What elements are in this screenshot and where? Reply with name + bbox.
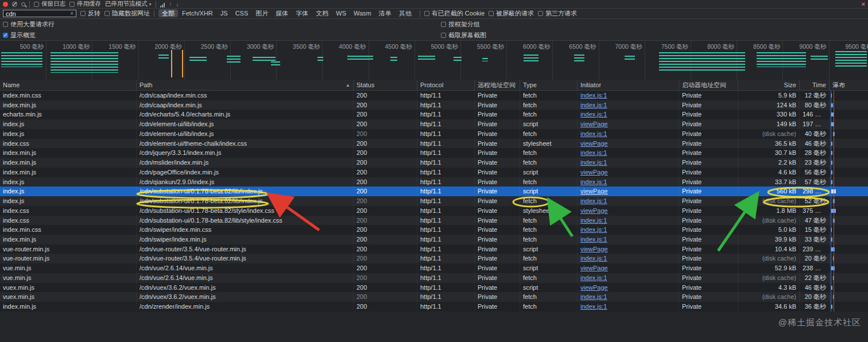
group-by-frame-checkbox[interactable]: 按框架分组 [441,20,480,29]
table-row[interactable]: index.js/cdn/substation-ui/0.1.78-beta.8… [0,196,868,206]
show-overview-checkbox[interactable]: 显示概览 [3,31,36,40]
filter-pill[interactable]: 清单 [375,9,395,17]
initiator-link[interactable]: index.js:1 [580,303,607,310]
table-row[interactable]: vue.min.js/cdn/vue/2.6.14/vue.min.js200h… [0,273,868,283]
initiator-link[interactable]: index.js:1 [580,197,607,204]
column-header[interactable]: Status [353,80,417,90]
table-row[interactable]: index.min.js/cdn/swiper/index.min.js200h… [0,235,868,244]
filter-pill[interactable]: Wasm [350,9,375,17]
checkbox-icon[interactable] [424,11,429,16]
table-row[interactable]: vuex.min.js/cdn/vuex/3.6.2/vuex.min.js20… [0,283,868,293]
filter-pill[interactable]: CSS [232,9,252,17]
table-row[interactable]: index.js/cdn/substation-ui/0.1.78-beta.8… [0,186,868,196]
table-row[interactable]: index.min.js/cdn/mslider/index.min.js200… [0,158,868,168]
initiator-link[interactable]: index.js:1 [580,274,607,281]
network-conditions-icon[interactable] [160,1,165,7]
checkbox-icon[interactable] [538,11,543,16]
filter-pill[interactable]: JS [217,9,231,17]
checkbox-icon[interactable] [441,33,446,38]
table-row[interactable]: index.min.js/cdn/pageOffice/index.min.js… [0,168,868,177]
table-row[interactable]: index.min.js/cdn/zrender/index.min.js200… [0,302,868,312]
initiator-link[interactable]: viewPage [580,207,608,214]
table-row[interactable]: vuex.min.js/cdn/vuex/3.6.2/vuex.min.js20… [0,292,868,302]
filter-input[interactable]: cdn × [3,10,76,17]
column-header[interactable]: Name [0,80,136,90]
filter-pill[interactable]: 媒体 [272,9,292,17]
initiator-link[interactable]: viewPage [580,284,608,291]
checkbox-icon[interactable] [69,2,75,7]
checkbox-checked-icon[interactable] [3,33,8,38]
column-header[interactable]: Path▲ [136,80,353,90]
table-row[interactable]: index.min.js/cdn/caap/index.min.js200htt… [0,100,868,110]
table-row[interactable]: index.js/cdn/qiankun/2.9.0/index.js200ht… [0,177,868,187]
column-header[interactable]: 瀑布 [829,80,868,90]
table-row[interactable]: index.css/cdn/substation-ui/0.1.78-beta.… [0,206,868,216]
column-header[interactable]: Protocol [417,80,474,90]
clear-network-log-button[interactable] [12,2,17,7]
table-row[interactable]: index.js/cdn/element-ui/lib/index.js200h… [0,119,868,129]
column-header[interactable]: Size [738,80,799,90]
table-row[interactable]: vue-router.min.js/cdn/vue-router/3.5.4/v… [0,254,868,263]
initiator-link[interactable]: index.js:1 [580,226,607,233]
big-request-rows-checkbox[interactable]: 使用大量请求行 [3,20,55,29]
checkbox-icon[interactable] [441,22,446,27]
checkbox-icon[interactable] [104,11,110,16]
filter-pill[interactable]: 其他 [396,9,415,17]
initiator-link[interactable]: viewPage [580,169,608,176]
initiator-link[interactable]: viewPage [580,246,608,252]
disable-cache-checkbox[interactable]: 停用缓存 [69,0,101,8]
table-row[interactable]: index.min.js/cdn/jquery/3.3.1/index.min.… [0,148,868,158]
invert-checkbox[interactable]: 反转 [80,9,100,18]
filter-pill[interactable]: 全部 [158,9,178,17]
record-button[interactable] [3,2,8,7]
table-row[interactable]: index.min.css/cdn/caap/index.min.css200h… [0,91,868,100]
initiator-link[interactable]: index.js:1 [580,236,607,243]
table-row[interactable]: vue-router.min.js/cdn/vue-router/3.5.4/v… [0,244,868,254]
throttling-select[interactable]: 已停用节流模式▾ [105,0,152,8]
column-header[interactable]: 启动器地址空间 [679,80,738,90]
blocked-requests-checkbox[interactable]: 被屏蔽的请求 [489,9,534,18]
third-party-checkbox[interactable]: 第三方请求 [538,9,577,18]
hide-data-urls-checkbox[interactable]: 隐藏数据网址 [104,9,150,18]
close-icon[interactable]: × [862,1,865,7]
filter-pill[interactable]: 图片 [252,9,272,17]
initiator-link[interactable]: viewPage [580,265,608,271]
filter-pill[interactable]: 文档 [312,9,332,17]
initiator-link[interactable]: index.js:1 [580,178,607,185]
filter-pill[interactable]: Fetch/XHR [179,9,216,17]
search-icon[interactable] [21,2,25,6]
column-header[interactable]: Initiator [577,80,679,90]
filter-pill[interactable]: 字体 [292,9,312,17]
table-row[interactable]: echarts.min.js/cdn/echarts/5.4.0/echarts… [0,110,868,119]
capture-screenshots-checkbox[interactable]: 截取屏幕截图 [441,31,486,40]
table-row[interactable]: index.css/cdn/substation-ui/0.1.78-beta.… [0,216,868,226]
import-har-icon[interactable]: ↑ [169,1,172,7]
initiator-link[interactable]: index.js:1 [580,159,607,166]
column-header[interactable]: Time [799,80,829,90]
checkbox-icon[interactable] [3,22,8,27]
initiator-link[interactable]: index.js:1 [580,130,607,137]
table-row[interactable]: index.css/cdn/element-ui/theme-chalk/ind… [0,139,868,149]
table-row[interactable]: vue.min.js/cdn/vue/2.6.14/vue.min.js200h… [0,263,868,273]
initiator-link[interactable]: viewPage [580,121,608,127]
initiator-link[interactable]: index.js:1 [580,111,607,118]
table-row[interactable]: index.min.css/cdn/swiper/index.min.css20… [0,225,868,235]
blocked-cookies-checkbox[interactable]: 有已拦截的 Cookie [424,9,485,18]
initiator-link[interactable]: index.js:1 [580,102,607,108]
filter-pill[interactable]: WS [332,9,350,17]
preserve-log-checkbox[interactable]: 保留日志 [34,0,65,8]
initiator-link[interactable]: index.js:1 [580,293,607,300]
initiator-link[interactable]: index.js:1 [580,255,607,262]
checkbox-icon[interactable] [489,11,494,16]
table-row[interactable]: index.js/cdn/element-ui/lib/index.js200h… [0,129,868,139]
column-header[interactable]: Type [520,80,577,90]
initiator-link[interactable]: index.js:1 [580,149,607,156]
initiator-link[interactable]: index.js:1 [580,217,607,224]
initiator-link[interactable]: viewPage [580,188,608,195]
initiator-link[interactable]: index.js:1 [580,92,607,99]
export-har-icon[interactable]: ↓ [176,1,179,7]
checkbox-icon[interactable] [80,11,86,16]
clear-filter-icon[interactable]: × [70,11,73,17]
checkbox-icon[interactable] [34,2,39,7]
initiator-link[interactable]: viewPage [580,140,608,147]
